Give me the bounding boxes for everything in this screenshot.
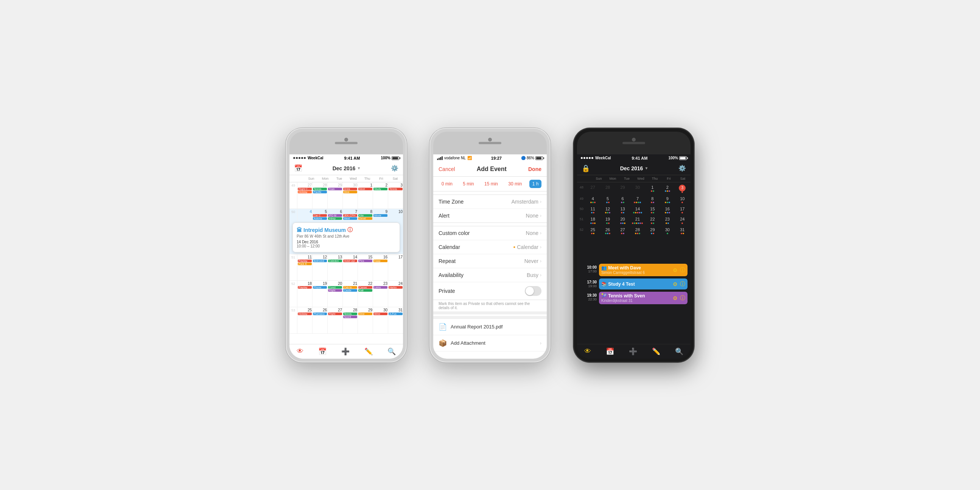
lock-icon-3[interactable]: 🔒	[582, 164, 590, 173]
week-row-51: 51 11 Payday Pack E 12 Belmond 13 Cal	[290, 254, 403, 281]
bluetooth-icon: 🔵	[521, 156, 525, 160]
popup-date: 14 Dec 2016	[297, 240, 396, 244]
calendar-row[interactable]: Calendar ● Calendar ›	[433, 240, 547, 254]
days-row-1: Sun Mon Tue Wed Thu Fri Sat	[290, 175, 403, 182]
event-body-study: 📚 Study 4 Test ⚙ ⓘ	[599, 278, 687, 290]
calendar-title-1[interactable]: Dec 2016 ▼	[332, 165, 361, 172]
private-toggle[interactable]	[525, 286, 541, 296]
toolbar-cal-3[interactable]: 📅	[606, 347, 614, 356]
calendar-icon-btn-1[interactable]: 📅	[294, 164, 302, 173]
dark-week-49: 49 4 5 6	[578, 194, 690, 205]
time-btn-5min[interactable]: 5 min	[460, 180, 477, 188]
pdf-icon: 📄	[439, 323, 447, 331]
battery-area-1: 100%	[381, 156, 399, 160]
screen-1: WeekCal 9:41 AM 100% 📅 Dec 2016	[290, 154, 403, 359]
availability-label: Availability	[439, 272, 463, 278]
toolbar-eye-1[interactable]: 👁	[297, 347, 304, 355]
signal-dot	[299, 157, 301, 159]
event-gear-2[interactable]: ⚙	[673, 281, 678, 287]
event-start-3: 19:30	[587, 293, 597, 298]
carrier-name-3: WeekCal	[595, 156, 611, 160]
toolbar-cal-1[interactable]: 📅	[318, 347, 326, 356]
toolbar-search-1[interactable]: 🔍	[387, 347, 396, 356]
time-buttons-row: 0 min 5 min 15 min 30 min 1 h	[433, 177, 547, 191]
time-1: 9:41 AM	[344, 156, 360, 161]
event-info-1[interactable]: ⓘ	[680, 267, 685, 274]
toolbar-search-3[interactable]: 🔍	[675, 347, 683, 356]
add-attachment-row[interactable]: 📦 Add Attachment ›	[433, 335, 547, 352]
time-btn-15min[interactable]: 15 min	[481, 180, 501, 188]
availability-value: Busy ›	[527, 272, 541, 278]
time-btn-0min[interactable]: 0 min	[439, 180, 455, 188]
signal-dot	[584, 157, 585, 159]
settings-btn-3[interactable]: ⚙️	[678, 165, 686, 172]
pdf-attachment-row[interactable]: 📄 Annual Report 2015.pdf	[433, 319, 547, 335]
chevron-icon: ›	[540, 245, 541, 250]
dark-week-50: 50 11 12 13	[578, 205, 690, 215]
event-item-study[interactable]: 17:30 19:00 📚 Study 4 Test ⚙ ⓘ	[580, 278, 687, 290]
chevron-icon: ›	[540, 231, 541, 236]
event-gear-1[interactable]: ⚙	[673, 267, 678, 273]
custom-color-label: Custom color	[439, 230, 469, 236]
event-body-tennis: 🎾 Tennis with Sven Kinderdijkstraat 31 ⚙…	[599, 292, 687, 304]
calendar-label: Calendar	[439, 244, 460, 250]
toolbar-eye-3[interactable]: 👁	[584, 347, 591, 355]
battery-icon-2	[535, 156, 543, 160]
private-row: Private	[433, 282, 547, 300]
toolbar-add-3[interactable]: ➕	[629, 347, 637, 356]
info-icon[interactable]: ⓘ	[347, 227, 353, 234]
title-arrow-1: ▼	[357, 166, 361, 170]
cancel-button[interactable]: Cancel	[439, 166, 455, 172]
event-item-meet[interactable]: 10:00 17:00 👥 Meet with Dave Simon Carmi…	[580, 264, 687, 276]
status-bar-2: vodafone NL 📶 19:27 🔵 86%	[433, 154, 547, 162]
event-info-3[interactable]: ⓘ	[680, 295, 685, 302]
event-info-2[interactable]: ⓘ	[680, 281, 685, 288]
chevron-icon: ›	[540, 272, 541, 278]
event-end-2: 19:00	[588, 284, 597, 288]
add-event-title: Add Event	[477, 166, 507, 173]
repeat-value: Never ›	[525, 258, 541, 264]
event-item-tennis[interactable]: 19:30 22:30 🎾 Tennis with Sven Kinderdij…	[580, 292, 687, 304]
availability-row[interactable]: Availability Busy ›	[433, 268, 547, 282]
attachment-section: 📄 Annual Report 2015.pdf 📦 Add Attachmen…	[433, 316, 547, 352]
time-btn-1h[interactable]: 1 h	[529, 180, 542, 188]
status-bar-1: WeekCal 9:41 AM 100%	[290, 154, 403, 162]
calendar-title-3[interactable]: Dec 2016 ▼	[620, 165, 649, 172]
battery-fill-2	[536, 157, 541, 159]
dropbox-icon: 📦	[439, 339, 447, 347]
alert-label: Alert	[439, 213, 450, 219]
time-btn-30min[interactable]: 30 min	[505, 180, 525, 188]
chevron-icon: ›	[540, 258, 541, 264]
custom-color-row[interactable]: Custom color None ›	[433, 226, 547, 240]
event-gear-3[interactable]: ⚙	[673, 295, 678, 301]
toolbar-add-1[interactable]: ➕	[341, 347, 350, 356]
popup-time: 10:00 – 12:00	[297, 244, 396, 248]
event-title-2: 📚 Study 4 Test	[601, 282, 635, 287]
add-event-header: Cancel Add Event Done	[433, 162, 547, 177]
days-row-3: Sun Mon Tue Wed Thu Fri Sat	[577, 175, 690, 182]
repeat-row[interactable]: Repeat Never ›	[433, 254, 547, 268]
calendar-header-1: 📅 Dec 2016 ▼ ⚙️	[290, 162, 403, 175]
carrier-area-2: vodafone NL 📶	[437, 156, 472, 161]
timezone-value: Amsterdam ›	[511, 199, 541, 205]
settings-btn-1[interactable]: ⚙️	[391, 165, 398, 172]
dark-calendar-grid: 48 27 28 29 30 1 2	[577, 182, 690, 261]
event-popup[interactable]: 🏛 Intrepid Museum ⓘ Pier 86 W 46th St an…	[293, 223, 400, 252]
popup-location: Pier 86 W 46th St and 12th Ave	[297, 234, 396, 239]
toolbar-edit-1[interactable]: ✏️	[364, 347, 373, 356]
phone-top-3	[577, 132, 690, 154]
event-start-1: 10:00	[587, 265, 597, 269]
timezone-row[interactable]: Time Zone Amsterdam ›	[433, 195, 547, 209]
phones-container: WeekCal 9:41 AM 100% 📅 Dec 2016	[286, 128, 694, 363]
speaker-1	[335, 142, 358, 144]
signal-dot	[301, 157, 303, 159]
done-button[interactable]: Done	[528, 166, 541, 172]
pdf-name: Annual Report 2015.pdf	[451, 324, 503, 329]
alert-row[interactable]: Alert None ›	[433, 209, 547, 223]
battery-icon-1	[391, 156, 399, 160]
signal-bars	[437, 156, 443, 160]
time-3: 9:41 AM	[632, 156, 648, 161]
toolbar-edit-3[interactable]: ✏️	[652, 347, 660, 356]
alert-value: None ›	[526, 213, 541, 219]
phone-1: WeekCal 9:41 AM 100% 📅 Dec 2016	[286, 128, 407, 363]
